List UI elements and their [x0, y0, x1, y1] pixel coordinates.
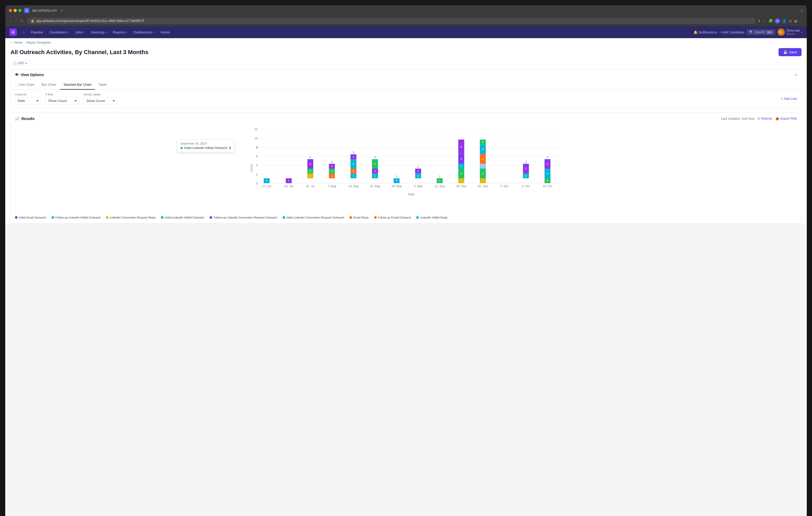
timezone-selector[interactable]: 🕐 UTC ▾ — [10, 60, 30, 66]
nav-item-sourcing[interactable]: Sourcing ▾ — [88, 29, 109, 36]
user-org: Reteam — [786, 32, 800, 35]
save-button[interactable]: 💾 Save — [779, 48, 802, 56]
search-shortcut: ⌘K — [766, 31, 773, 34]
back-button[interactable]: ‹ — [9, 18, 12, 24]
bar-total-11sep: 1 — [439, 175, 440, 178]
tab-line-chart[interactable]: Line Chart — [15, 80, 38, 90]
nav-reports-label: Reports — [113, 30, 125, 34]
x-label-31jul: 31. Jul — [306, 185, 315, 188]
view-options-label: View Options — [21, 73, 44, 77]
menu-icon[interactable]: ⋮ — [800, 19, 803, 23]
legend-dot-linkedin-connection-reply — [106, 216, 109, 219]
group-labels-control: Group Labels Show Count Hide Count — [83, 93, 117, 104]
x-label-16oct: 16. Oct — [543, 185, 552, 188]
tab-stacked-bar-chart[interactable]: Stacked Bar Chart — [60, 80, 95, 90]
add-candidate-button[interactable]: + Add Candidate — [719, 30, 745, 34]
y-label-0: 0 — [256, 182, 258, 185]
export-icon: 📥 — [775, 117, 779, 121]
bar-label-14aug-2: 2 — [353, 162, 354, 165]
y-axis-select[interactable]: Show Count Hide Count — [45, 97, 79, 104]
x-label-11sep: 11. Sep — [435, 185, 445, 188]
extension-icon[interactable]: 🧩 — [768, 19, 773, 23]
y-label-8: 8 — [256, 146, 258, 149]
nav-item-pipeline[interactable]: Pipeline — [28, 29, 46, 36]
x-label-25sep: 25. Sep — [478, 185, 488, 188]
y-label-6: 6 — [256, 155, 258, 158]
search-label: Search — [755, 30, 765, 34]
search-button[interactable]: 🔍 Search ⌘K — [747, 29, 775, 35]
app-logo[interactable]: A — [9, 29, 17, 36]
bar-label-28aug: 1 — [396, 179, 397, 182]
save-icon: 💾 — [783, 50, 787, 54]
avatar: CL — [778, 29, 785, 36]
bar-label-25sep-teal: 3 — [482, 148, 484, 151]
legend-dot-followup-connection-request — [209, 216, 212, 219]
breadcrumb-home[interactable]: Home — [14, 41, 23, 44]
chevron-down-icon: ▾ — [26, 62, 27, 65]
user-profile-icon[interactable]: 👤 — [782, 19, 787, 23]
bar-label-7aug-2: 1 — [331, 170, 332, 172]
nav-item-home[interactable]: ⌂ — [20, 29, 27, 36]
controls-row: Count As Rate Count Y Axis Show Count Hi… — [11, 90, 801, 108]
user-menu[interactable]: CL Chris Lee Reteam ▾ — [778, 29, 803, 36]
bar-label-18sep-3: 1 — [461, 165, 462, 168]
forward-button[interactable]: › — [14, 18, 18, 24]
x-label-14aug: 14. Aug — [348, 185, 358, 188]
reload-button[interactable]: ↻ — [20, 18, 25, 24]
url-bar[interactable]: 🔒 app.ashbyhq.com/reports/examples/87efc… — [27, 18, 755, 24]
x-label-7aug: 7. Aug — [328, 185, 336, 188]
extensions-icon[interactable]: ⊞ — [789, 19, 792, 23]
tab-table[interactable]: Table — [95, 80, 110, 90]
search-icon: 🔍 — [749, 30, 753, 34]
browser-toolbar: ‹ › ↻ 🔒 app.ashbyhq.com/reports/examples… — [5, 16, 807, 26]
refresh-button[interactable]: ↻ Refresh — [758, 117, 772, 121]
share-icon[interactable]: ⬆ — [758, 19, 761, 23]
results-label: Results — [22, 117, 35, 121]
view-options-title: 👁 View Options — [15, 73, 44, 77]
add-line-button[interactable]: + Add Line — [781, 97, 797, 101]
nav-item-admin[interactable]: Admin — [158, 29, 173, 36]
save-label: Save — [789, 50, 797, 54]
sidebar-icon[interactable]: ▣ — [794, 19, 798, 23]
maximize-traffic-light[interactable] — [18, 9, 22, 12]
notifications-button[interactable]: 🔔 Notifications — [694, 30, 717, 34]
nav-item-jobs[interactable]: Jobs ▾ — [72, 29, 87, 36]
bar-label-14aug-4: 1 — [353, 175, 354, 177]
collapse-icon[interactable]: ∧ — [795, 73, 797, 77]
count-as-select[interactable]: Rate Count — [15, 97, 41, 104]
bookmark-icon[interactable]: ☆ — [763, 19, 766, 23]
legend-item-email-reply: Email Reply — [349, 216, 369, 219]
nav-item-dashboards[interactable]: Dashboards ▾ — [131, 29, 157, 36]
view-options-header[interactable]: 👁 View Options ∧ — [11, 69, 801, 80]
group-labels-select[interactable]: Show Count Hide Count — [83, 97, 117, 104]
x-label-4sep: 4. Sep — [414, 185, 423, 188]
bar-label-25sep-2: 1 — [482, 158, 484, 160]
y-label-12: 12 — [255, 128, 258, 131]
legend-dot-followup-email — [374, 216, 377, 219]
legend-label-initial-email: Initial Email Outreach — [19, 216, 46, 219]
bar-total-31jul: 5 — [310, 156, 311, 159]
breadcrumb-current[interactable]: Report Templates — [26, 41, 51, 44]
export-button[interactable]: 📥 Export PNG — [775, 117, 797, 121]
nav-right: 🔔 Notifications + Add Candidate 🔍 Search… — [694, 29, 803, 36]
y-label-10: 10 — [255, 137, 258, 140]
close-traffic-light[interactable] — [9, 9, 12, 12]
bar-total-16oct: 4 — [547, 156, 548, 159]
chevron-down-icon: ▾ — [106, 31, 107, 34]
tab-bar-chart[interactable]: Bar Chart — [38, 80, 60, 90]
legend-item-initial-connection-request: Initial LinkedIn Connection Request Outr… — [283, 216, 344, 219]
last-updated-text: Last Updated: Just Now — [721, 117, 754, 121]
legend-dot-linkedin-inmail-reply — [416, 216, 419, 219]
bar-label-25sep-green2: 3 — [482, 141, 484, 143]
minimize-traffic-light[interactable] — [13, 9, 17, 12]
app-extension-icon[interactable]: A — [775, 18, 780, 24]
nav-item-reports[interactable]: Reports ▾ — [110, 29, 130, 36]
nav-pipeline-label: Pipeline — [31, 30, 43, 34]
nav-item-candidates[interactable]: Candidates ▾ — [47, 29, 71, 36]
refresh-icon: ↻ — [758, 117, 760, 121]
home-icon: ⌂ — [23, 30, 25, 34]
new-tab-button[interactable]: + — [59, 8, 65, 13]
bar-label-31jul-2: 2 — [310, 170, 311, 172]
user-name: Chris Lee — [786, 29, 800, 32]
x-label-9oct: 9. Oct — [522, 185, 530, 188]
